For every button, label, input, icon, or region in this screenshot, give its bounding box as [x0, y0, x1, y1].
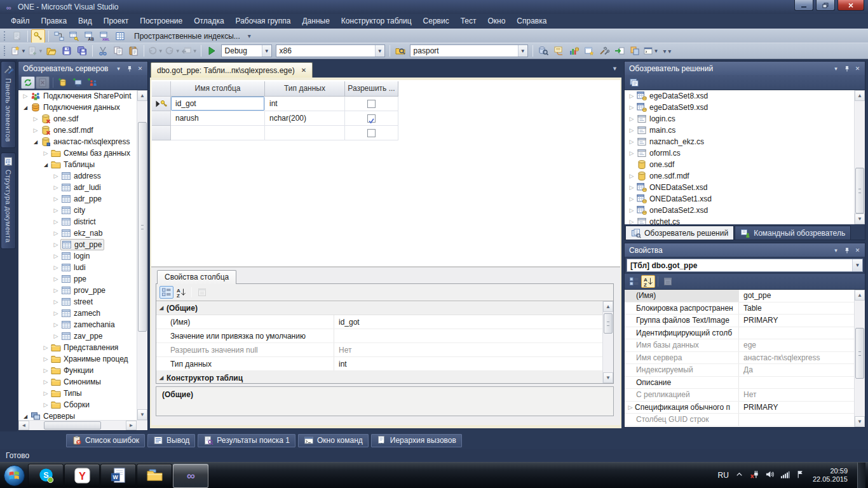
property-value[interactable]: Нет [739, 389, 854, 401]
combo-dropdown-icon[interactable]: ▼ [518, 45, 527, 57]
server-tree-item[interactable]: ▷Представления [18, 342, 147, 353]
manage-fulltext-index-button[interactable]: AB [83, 29, 97, 43]
scroll-up-icon[interactable]: ▲ [855, 290, 865, 301]
minimize-button[interactable] [794, 0, 813, 11]
server-tree-item[interactable]: ▷address [18, 170, 147, 182]
start-debugging-button[interactable] [205, 44, 219, 58]
server-tree-item[interactable]: ◢Таблицы [18, 159, 147, 170]
property-row[interactable]: Блокировка распространенTable [625, 302, 854, 315]
property-value[interactable]: Table [739, 302, 854, 315]
menu-item[interactable]: Данные [296, 15, 335, 28]
property-row[interactable]: ◢(Общие) [156, 301, 602, 315]
dropdown-arrow-icon[interactable]: ▼ [38, 48, 43, 54]
sql-query-button[interactable] [536, 44, 550, 58]
solution-tree-item[interactable]: ▷oneDataSet2.xsd [625, 205, 865, 216]
stop-button[interactable] [36, 76, 50, 89]
server-tree-item[interactable]: ▷zamech [18, 308, 147, 319]
menu-item[interactable]: Рабочая группа [230, 15, 297, 28]
bottom-tab-call-hierarchy[interactable]: Иерархия вызовов [371, 434, 462, 447]
column-name-cell[interactable]: narush [171, 111, 265, 126]
scroll-thumb[interactable] [44, 421, 101, 430]
open-file-button[interactable] [44, 44, 58, 58]
connect-server-button[interactable] [71, 76, 85, 89]
tray-network-signal[interactable] [780, 470, 790, 481]
toolbar-grip[interactable] [4, 46, 7, 57]
taskbar-app-yandex-browser[interactable]: Y [64, 464, 100, 488]
property-row[interactable]: ▷Спецификация обычного пPRIMARY [625, 402, 854, 414]
expand-arrow-icon[interactable]: ▷ [627, 150, 636, 156]
tab-list-dropdown-icon[interactable]: ▼ [612, 65, 618, 72]
expand-arrow-icon[interactable]: ▷ [627, 139, 636, 145]
manage-xml-indexes-button[interactable]: XML [98, 29, 112, 43]
expand-arrow-icon[interactable]: ▷ [51, 310, 60, 316]
taskbar-clock[interactable]: 20:59 22.05.2015 [813, 467, 848, 484]
pin-icon[interactable] [842, 64, 851, 73]
expand-arrow-icon[interactable]: ▷ [627, 219, 636, 224]
object-selector-combo[interactable]: [Тбл] dbo.got_ppe ▼ [627, 259, 863, 272]
server-tree-item[interactable]: ▷ppe [18, 273, 147, 285]
property-value[interactable] [739, 377, 854, 389]
server-tree-item[interactable]: ▷Типы [18, 388, 147, 399]
expand-arrow-icon[interactable]: ▷ [627, 207, 636, 214]
collapse-arrow-icon[interactable]: ◢ [21, 414, 30, 419]
property-value[interactable]: PRIMARY [739, 402, 854, 414]
alphabetical-button[interactable]: AZ [174, 286, 188, 299]
property-value[interactable]: id_got [334, 315, 602, 329]
expand-arrow-icon[interactable]: ▷ [41, 344, 50, 351]
combo-dropdown-icon[interactable]: ▼ [262, 45, 271, 57]
menu-item[interactable]: Отладка [188, 15, 229, 28]
scroll-thumb[interactable] [855, 328, 864, 379]
row-selector[interactable] [152, 97, 171, 111]
property-value[interactable] [739, 327, 854, 339]
property-value[interactable]: Да [739, 364, 854, 376]
expand-arrow-icon[interactable]: ▷ [51, 219, 60, 225]
start-button[interactable] [0, 463, 28, 488]
solution-tree-item[interactable]: ▷main.cs [625, 125, 865, 136]
expand-arrow-icon[interactable]: ▷ [51, 287, 60, 294]
save-button[interactable] [60, 44, 74, 58]
menu-item[interactable]: Конструктор таблиц [336, 15, 417, 28]
allow-nulls-cell[interactable] [345, 126, 398, 140]
scroll-up-icon[interactable]: ▲ [137, 90, 147, 101]
server-tree-item[interactable]: ◢Подключения данных [18, 102, 147, 113]
menu-item[interactable]: Тест [455, 15, 482, 28]
scroll-thumb[interactable] [604, 313, 613, 334]
categorized-button[interactable] [627, 275, 641, 288]
taskbar-app-file-explorer[interactable] [137, 464, 172, 488]
expand-arrow-icon[interactable]: ▷ [41, 356, 50, 362]
expand-arrow-icon[interactable]: ▷ [51, 184, 60, 191]
new-diagram-button[interactable] [582, 44, 596, 58]
solution-tree-item[interactable]: ▷one.sdf.mdf [625, 170, 865, 182]
refresh-button[interactable] [21, 76, 35, 89]
collapse-arrow-icon[interactable]: ◢ [156, 375, 166, 381]
expand-arrow-icon[interactable]: ▷ [627, 173, 636, 179]
scroll-down-icon[interactable]: ▼ [855, 214, 865, 224]
scroll-up-icon[interactable]: ▲ [855, 90, 865, 101]
scroll-up-icon[interactable]: ▲ [603, 301, 613, 312]
property-row[interactable]: Идентифицирующий столб [625, 327, 854, 340]
property-row[interactable]: Разрешить значения nullНет [156, 343, 602, 357]
data-type-cell[interactable] [265, 126, 345, 140]
menu-item[interactable]: Файл [5, 15, 36, 28]
server-tree-item[interactable]: ▷street [18, 296, 147, 308]
expand-arrow-icon[interactable]: ▷ [51, 230, 60, 236]
data-type-cell[interactable]: int [265, 97, 345, 111]
dropdown-arrow-icon[interactable]: ▼ [193, 48, 198, 54]
window-list-button[interactable] [627, 76, 641, 89]
find-in-files-button[interactable] [393, 44, 407, 58]
copy-button[interactable] [111, 44, 125, 58]
property-row[interactable]: С репликациейНет [625, 389, 854, 402]
expand-arrow-icon[interactable]: ▷ [51, 173, 60, 179]
menu-item[interactable]: Вид [72, 15, 98, 28]
expand-arrow-icon[interactable]: ▷ [51, 322, 60, 328]
paste-button[interactable] [126, 44, 140, 58]
window-menu-icon[interactable]: ▾ [114, 64, 123, 73]
server-tree-item[interactable]: ▷login [18, 250, 147, 262]
server-tree-item[interactable]: ◢анастас-пк\sqlexpress [18, 136, 147, 147]
sidebar-tab-toolbox[interactable]: Панель элементов [1, 61, 16, 148]
property-value[interactable]: ege [739, 339, 854, 351]
execute-button[interactable] [613, 44, 627, 58]
allow-nulls-cell[interactable] [345, 111, 398, 126]
generate-change-script-button[interactable] [10, 29, 24, 43]
scroll-down-icon[interactable]: ▼ [855, 416, 865, 427]
